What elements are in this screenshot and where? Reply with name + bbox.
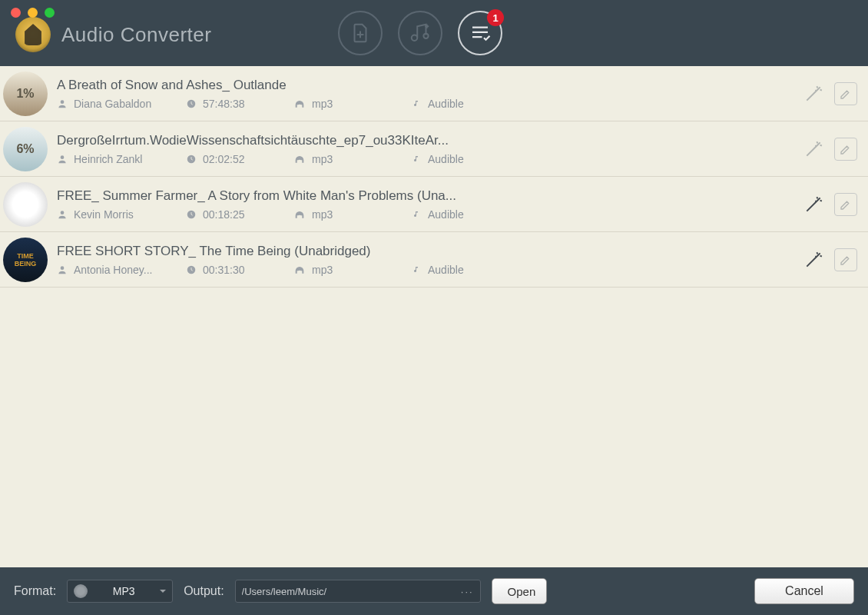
edit-icon <box>839 253 853 267</box>
person-icon <box>57 264 68 275</box>
window-controls <box>11 8 55 18</box>
track-duration: 00:31:30 <box>203 264 245 276</box>
track-source: Audible <box>428 264 464 276</box>
output-path-text: /Users/leem/Music/ <box>242 586 456 597</box>
headphones-icon <box>293 264 306 275</box>
track-artist: Diana Gabaldon <box>74 98 151 110</box>
track-artwork: TIME BEING <box>3 238 48 282</box>
magic-wand-button[interactable] <box>802 193 825 216</box>
track-row[interactable]: 6% DergroßeIrrtum.WodieWissenschaftsicht… <box>0 121 868 177</box>
person-icon <box>57 154 68 165</box>
track-duration: 02:02:52 <box>203 153 245 165</box>
track-title: DergroßeIrrtum.WodieWissenschaftsichtäus… <box>57 133 456 148</box>
app-logo <box>15 17 51 52</box>
bottom-bar: Format: MP3 Output: /Users/leem/Music/ ·… <box>0 567 868 615</box>
music-note-icon <box>412 154 422 165</box>
title-bar: Audio Converter <box>0 0 868 66</box>
track-list: 1% A Breath of Snow and Ashes_ Outlande … <box>0 66 868 567</box>
clock-icon <box>186 98 197 109</box>
headphones-icon <box>293 154 306 165</box>
cancel-button[interactable]: Cancel <box>754 578 854 604</box>
app-title: Audio Converter <box>61 23 211 47</box>
headphones-icon <box>293 209 306 220</box>
music-note-icon <box>412 98 422 109</box>
output-label: Output: <box>184 584 224 598</box>
format-icon <box>74 584 88 598</box>
magic-wand-button[interactable] <box>802 248 825 271</box>
track-source: Audible <box>428 98 464 110</box>
svg-point-3 <box>61 155 65 159</box>
track-title: FREE SHORT STORY_ The Time Being (Unabri… <box>57 244 456 259</box>
track-artwork <box>3 182 48 227</box>
track-title: FREE_ Summer Farmer_ A Story from White … <box>57 188 456 204</box>
music-note-icon <box>412 209 422 220</box>
track-artwork: 1% <box>3 71 48 116</box>
track-format: mp3 <box>312 264 333 276</box>
edit-button[interactable] <box>834 82 857 105</box>
maximize-window-button[interactable] <box>45 8 55 18</box>
track-format: mp3 <box>312 208 333 221</box>
track-row[interactable]: 1% A Breath of Snow and Ashes_ Outlande … <box>0 66 868 121</box>
track-artist: Heinrich Zankl <box>74 153 142 165</box>
track-row[interactable]: TIME BEING FREE SHORT STORY_ The Time Be… <box>0 232 868 288</box>
svg-point-5 <box>61 211 65 214</box>
add-file-button[interactable] <box>338 11 383 55</box>
clock-icon <box>186 209 197 220</box>
queue-badge: 1 <box>487 9 504 26</box>
magic-wand-button[interactable] <box>802 138 825 161</box>
edit-button[interactable] <box>834 248 857 271</box>
track-duration: 00:18:25 <box>203 208 245 221</box>
track-artwork: 6% <box>3 127 48 171</box>
track-format: mp3 <box>312 98 333 110</box>
edit-icon <box>839 198 853 211</box>
magic-wand-icon <box>803 250 823 270</box>
queue-button[interactable]: 1 <box>458 11 502 55</box>
track-row[interactable]: FREE_ Summer Farmer_ A Story from White … <box>0 177 868 232</box>
person-icon <box>57 98 68 109</box>
format-value: MP3 <box>95 585 152 597</box>
svg-point-7 <box>61 266 65 270</box>
edit-button[interactable] <box>834 138 857 161</box>
browse-output-button[interactable]: ··· <box>461 586 474 597</box>
magic-wand-button[interactable] <box>802 82 825 105</box>
format-select[interactable]: MP3 <box>67 580 173 603</box>
minimize-window-button[interactable] <box>28 8 38 18</box>
add-music-button[interactable] <box>398 11 442 55</box>
track-format: mp3 <box>312 153 333 165</box>
file-add-icon <box>349 22 372 45</box>
track-source: Audible <box>428 153 464 165</box>
headphones-icon <box>293 98 306 109</box>
track-artist: Antonia Honey... <box>74 264 152 276</box>
music-note-icon <box>412 264 422 275</box>
close-window-button[interactable] <box>11 8 21 18</box>
track-artist: Kevin Morris <box>74 208 134 221</box>
music-add-icon <box>409 22 432 45</box>
svg-point-1 <box>61 100 65 104</box>
magic-wand-icon <box>803 194 823 214</box>
track-source: Audible <box>428 208 464 221</box>
person-icon <box>57 209 68 220</box>
track-title: A Breath of Snow and Ashes_ Outlande <box>57 78 456 93</box>
queue-check-icon <box>469 22 492 45</box>
edit-icon <box>839 87 853 101</box>
track-duration: 57:48:38 <box>203 98 245 110</box>
magic-wand-icon <box>803 84 823 104</box>
open-button[interactable]: Open <box>492 578 547 604</box>
svg-point-0 <box>423 34 428 38</box>
magic-wand-icon <box>803 139 823 159</box>
output-path-field[interactable]: /Users/leem/Music/ ··· <box>235 580 481 603</box>
clock-icon <box>186 154 197 165</box>
edit-icon <box>839 142 853 156</box>
format-label: Format: <box>14 584 56 598</box>
clock-icon <box>186 264 197 275</box>
edit-button[interactable] <box>834 193 857 216</box>
